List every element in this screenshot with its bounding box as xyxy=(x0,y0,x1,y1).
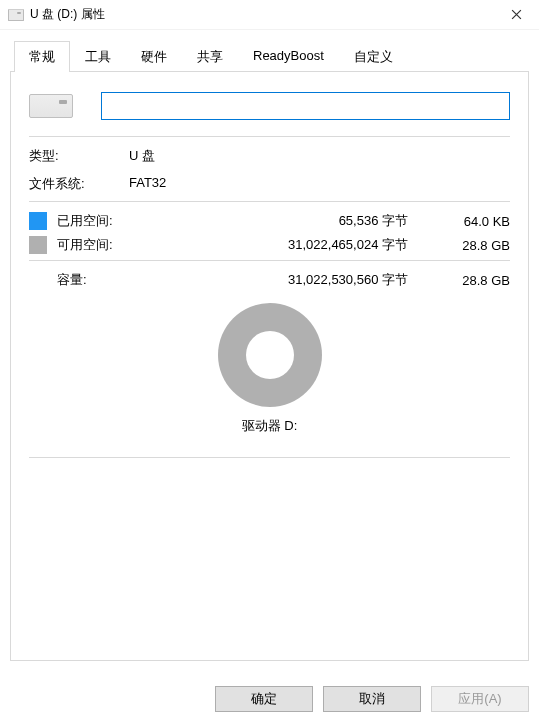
free-bytes: 31,022,465,024 字节 xyxy=(143,236,414,254)
usage-chart-area: 驱动器 D: xyxy=(29,303,510,435)
capacity-row: 容量: 31,022,530,560 字节 28.8 GB xyxy=(29,271,510,289)
titlebar: U 盘 (D:) 属性 xyxy=(0,0,539,30)
tab-sharing[interactable]: 共享 xyxy=(182,41,238,72)
capacity-bytes: 31,022,530,560 字节 xyxy=(143,271,414,289)
used-label: 已用空间: xyxy=(57,212,137,230)
button-bar: 确定 取消 应用(A) xyxy=(10,686,529,712)
apply-button: 应用(A) xyxy=(431,686,529,712)
volume-label-input[interactable] xyxy=(101,92,510,120)
free-swatch xyxy=(29,236,47,254)
divider xyxy=(29,201,510,202)
close-icon xyxy=(511,9,522,20)
drive-icon xyxy=(8,9,24,21)
property-sheet: 常规 工具 硬件 共享 ReadyBoost 自定义 类型: U 盘 文件系统:… xyxy=(0,30,539,722)
capacity-label: 容量: xyxy=(57,271,137,289)
tab-tools[interactable]: 工具 xyxy=(70,41,126,72)
ok-button[interactable]: 确定 xyxy=(215,686,313,712)
free-space-row: 可用空间: 31,022,465,024 字节 28.8 GB xyxy=(29,236,510,254)
tab-general[interactable]: 常规 xyxy=(14,41,70,72)
used-human: 64.0 KB xyxy=(420,214,510,229)
window-title: U 盘 (D:) 属性 xyxy=(30,6,105,23)
drive-large-icon xyxy=(29,94,73,118)
used-bytes: 65,536 字节 xyxy=(143,212,414,230)
divider xyxy=(29,457,510,458)
used-space-row: 已用空间: 65,536 字节 64.0 KB xyxy=(29,212,510,230)
header-row xyxy=(29,92,510,120)
tab-readyboost[interactable]: ReadyBoost xyxy=(238,41,339,72)
free-human: 28.8 GB xyxy=(420,238,510,253)
divider xyxy=(29,136,510,137)
tab-panel-general: 类型: U 盘 文件系统: FAT32 已用空间: 65,536 字节 64.0… xyxy=(10,71,529,661)
capacity-human: 28.8 GB xyxy=(420,273,510,288)
type-label: 类型: xyxy=(29,147,129,165)
tab-customize[interactable]: 自定义 xyxy=(339,41,408,72)
used-swatch xyxy=(29,212,47,230)
drive-label: 驱动器 D: xyxy=(29,417,510,435)
tab-strip: 常规 工具 硬件 共享 ReadyBoost 自定义 xyxy=(14,40,529,71)
tab-hardware[interactable]: 硬件 xyxy=(126,41,182,72)
filesystem-label: 文件系统: xyxy=(29,175,129,193)
free-label: 可用空间: xyxy=(57,236,137,254)
basic-info: 类型: U 盘 文件系统: FAT32 xyxy=(29,147,510,193)
close-button[interactable] xyxy=(493,0,539,30)
usage-donut-icon xyxy=(218,303,322,407)
cancel-button[interactable]: 取消 xyxy=(323,686,421,712)
type-value: U 盘 xyxy=(129,147,510,165)
divider xyxy=(29,260,510,261)
filesystem-value: FAT32 xyxy=(129,175,510,193)
space-usage: 已用空间: 65,536 字节 64.0 KB 可用空间: 31,022,465… xyxy=(29,212,510,254)
